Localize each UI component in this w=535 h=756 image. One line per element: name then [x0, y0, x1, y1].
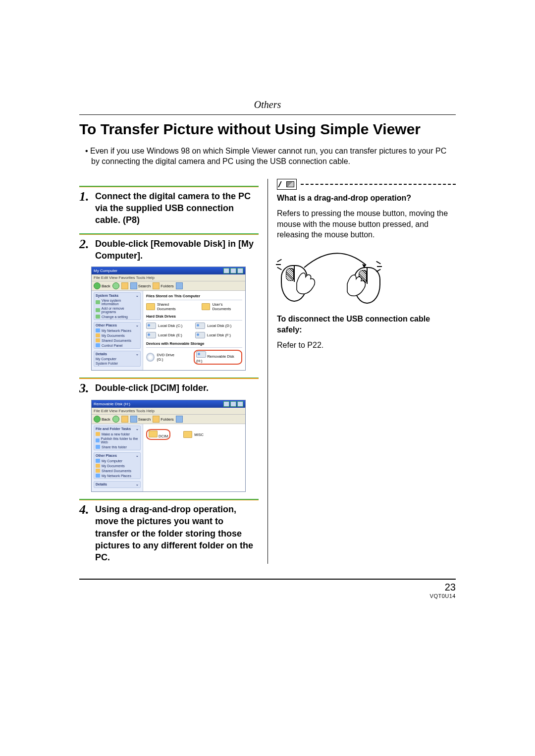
left-column: 1 Connect the digital camera to the PC v…: [79, 179, 268, 564]
screenshot-removable-disk: Removable Disk (H:) File Edit View Favor…: [91, 400, 246, 492]
menu-bar: File Edit View Favorites Tools Help: [92, 274, 245, 281]
window-controls: [223, 268, 243, 273]
press-lines-icon: [277, 260, 288, 271]
dash-line: [301, 184, 456, 185]
bullet: •: [85, 147, 90, 155]
intro-text: Even if you use Windows 98 on which Simp…: [90, 147, 446, 166]
window-title: My Computer: [94, 269, 117, 273]
note-header: [277, 179, 456, 190]
tasks-sidebar: System Tasks⌄ View system information Ad…: [92, 291, 143, 370]
disconnect-body: Refer to P22.: [277, 340, 456, 351]
step-number: 2: [79, 238, 90, 251]
note-icon: [277, 179, 297, 190]
step-text: Using a drag-and-drop operation, move th…: [95, 503, 259, 563]
step-text: Double-click [DCIM] folder.: [95, 382, 209, 394]
window-titlebar: Removable Disk (H:): [92, 400, 245, 408]
document-code: VQT0U14: [430, 593, 456, 599]
toolbar: Back Search Folders: [92, 281, 245, 291]
dcim-highlight: DCIM: [146, 429, 170, 440]
hand-icon: [292, 268, 321, 298]
up-icon: [121, 282, 128, 289]
explorer-content: Files Stored on This Computer Shared Doc…: [143, 291, 245, 370]
tasks-sidebar: File and Folder Tasks⌄ Make a new folder…: [92, 424, 143, 491]
toolbar: Back Search Folders: [92, 415, 245, 424]
step-text: Double-click [Removable Disk] in [My Com…: [95, 238, 259, 262]
step-3: 3 Double-click [DCIM] folder.: [79, 382, 259, 395]
screenshot-my-computer: My Computer File Edit View Favorites Too…: [91, 267, 246, 371]
toolbar-search: Search: [138, 284, 151, 288]
rule-top: [79, 114, 456, 115]
step-number: 1: [79, 190, 90, 203]
page-number: 23: [445, 582, 456, 593]
disconnect-heading: To disconnect the USB connection cable s…: [277, 314, 456, 335]
window-title: Removable Disk (H:): [94, 402, 130, 406]
toolbar-folders: Folders: [160, 284, 174, 288]
window-controls: [223, 401, 243, 407]
footer-rule: [79, 579, 456, 580]
step-divider: [79, 233, 259, 235]
page-title: To Transfer Picture without Using Simple…: [79, 120, 456, 139]
intro-paragraph: • Even if you use Windows 98 on which Si…: [91, 146, 456, 167]
drag-arc-icon: [302, 245, 371, 270]
page-footer: 23 VQT0U14: [79, 582, 456, 599]
press-lines-icon: [376, 262, 387, 273]
window-titlebar: My Computer: [92, 267, 245, 274]
step-number: 4: [79, 503, 90, 516]
manual-page: Others To Transfer Picture without Using…: [79, 99, 456, 599]
mouse-drag-illustration: [277, 245, 386, 305]
menu-bar: File Edit View Favorites Tools Help: [92, 408, 245, 415]
toolbar-back: Back: [102, 284, 110, 288]
views-icon: [176, 282, 183, 289]
explorer-content: DCIM MISC: [143, 424, 245, 491]
step-text: Connect the digital camera to the PC via…: [95, 190, 259, 226]
right-column: What is a drag-and-drop operation? Refer…: [268, 179, 456, 564]
step-4: 4 Using a drag-and-drop operation, move …: [79, 503, 259, 563]
hand-icon: [341, 270, 371, 300]
forward-icon: [112, 282, 119, 289]
step-1: 1 Connect the digital camera to the PC v…: [79, 190, 259, 226]
drag-drop-answer: Refers to pressing the mouse button, mov…: [277, 208, 456, 240]
section-label: Others: [79, 99, 456, 110]
step-divider: [79, 378, 259, 379]
step-divider: [79, 186, 259, 187]
step-divider: [79, 499, 259, 500]
step-number: 3: [79, 382, 90, 395]
drag-drop-question: What is a drag-and-drop operation?: [277, 193, 456, 204]
two-column-layout: 1 Connect the digital camera to the PC v…: [79, 179, 456, 564]
step-2: 2 Double-click [Removable Disk] in [My C…: [79, 238, 259, 262]
removable-disk-highlight: Removable Disk (H:): [194, 350, 242, 365]
